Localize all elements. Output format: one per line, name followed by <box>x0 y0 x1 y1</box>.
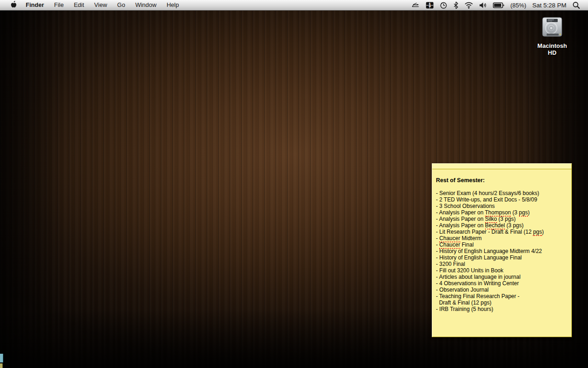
menu-item-go[interactable]: Go <box>112 0 130 10</box>
note-line: - 3200 Final <box>436 261 568 267</box>
note-text: (3 <box>511 209 519 216</box>
time-machine-icon[interactable] <box>438 0 449 10</box>
note-line: - IRB Training (5 hours) <box>436 306 568 312</box>
note-line: - Articles about language in journal <box>436 274 568 280</box>
note-lines: - Senior Exam (4 hours/2 Essays/6 books)… <box>436 190 568 312</box>
note-line: - Lit Research Paper - Draft & Final (12… <box>436 229 568 235</box>
menu-item-help[interactable]: Help <box>162 0 184 10</box>
note-text: - 4 Observations in Writing Center <box>436 280 519 287</box>
note-line: - Analysis Paper on Silko (3 pgs) <box>436 216 568 222</box>
bluetooth-icon[interactable] <box>452 0 460 10</box>
spaces-icon[interactable]: 1 <box>424 0 435 10</box>
note-blank-line <box>436 184 568 190</box>
hd-icon-label: Macintosh HD <box>533 42 571 56</box>
note-text: - Fill out 3200 Units in Book <box>436 267 503 274</box>
hard-drive-icon <box>540 32 564 40</box>
note-line: - History of English Language Final <box>436 254 568 261</box>
note-text: ) <box>542 229 544 235</box>
note-text: ) <box>528 209 530 216</box>
note-text: - Articles about language in journal <box>436 274 520 280</box>
volume-icon[interactable] <box>478 0 488 10</box>
desktop-icon-macintosh-hd[interactable]: Macintosh HD <box>533 15 571 56</box>
stickies-titlebar[interactable] <box>432 164 571 169</box>
menu-item-edit[interactable]: Edit <box>69 0 89 10</box>
note-line: - Analysis Paper on Thompson (3 pgs) <box>436 209 568 216</box>
note-text: - 2 TED Write-ups, and Exit Docs - 5/8/0… <box>436 196 537 203</box>
note-text: (3 pgs) <box>497 216 516 222</box>
menu-bar-left: FinderFileEditViewGoWindowHelp <box>0 0 184 10</box>
note-line: - Fill out 3200 Units in Book <box>436 267 568 274</box>
note-line: - 3 School Observations <box>436 203 568 209</box>
desktop-wallpaper: FinderFileEditViewGoWindowHelp <box>0 0 588 368</box>
note-line: - Senior Exam (4 hours/2 Essays/6 books) <box>436 190 568 196</box>
note-line: - Chaucer Midterm <box>436 235 568 242</box>
note-text: - 3200 Final <box>436 261 465 267</box>
note-text: - 3 School Observations <box>436 203 495 209</box>
note-line: - Observation Journal <box>436 287 568 293</box>
note-line: - 2 TED Write-ups, and Exit Docs - 5/8/0… <box>436 196 568 203</box>
note-title: Rest of Semester: <box>436 177 568 184</box>
note-text: - Analysis Paper on <box>436 216 485 222</box>
menu-items: FinderFileEditViewGoWindowHelp <box>21 0 184 10</box>
apple-icon <box>10 0 17 10</box>
note-text: Midterm <box>460 235 482 242</box>
misspelled-word: pgs <box>533 229 542 236</box>
note-text: Final <box>460 242 474 248</box>
note-text: - IRB Training (5 hours) <box>436 306 493 312</box>
note-text: - History of English Language Final <box>436 254 522 261</box>
menu-item-file[interactable]: File <box>49 0 69 10</box>
note-text: - Analysis Paper on <box>436 209 485 216</box>
apple-menu[interactable] <box>6 0 21 10</box>
note-text: (3 pgs) <box>505 222 524 229</box>
misspelled-word: pgs <box>519 209 528 217</box>
note-line: - Analysis Paper on Bechdel (3 pgs) <box>436 222 568 229</box>
scanner-icon[interactable] <box>410 0 421 10</box>
battery-percent[interactable]: (85%) <box>509 2 528 9</box>
note-line: - History of English Language Midterm 4/… <box>436 248 568 254</box>
note-text: - Teaching Final Research Paper - <box>436 293 520 299</box>
note-text: - Observation Journal <box>436 287 489 293</box>
note-text: - History of English Language Midterm 4/… <box>436 248 542 254</box>
menu-item-finder[interactable]: Finder <box>21 0 49 10</box>
spaces-number: 1 <box>429 3 431 8</box>
note-text: - Analysis Paper on <box>436 222 485 229</box>
menu-item-window[interactable]: Window <box>130 0 161 10</box>
note-line: - 4 Observations in Writing Center <box>436 280 568 287</box>
battery-icon[interactable] <box>492 0 506 10</box>
note-line: - Chaucer Final <box>436 242 568 248</box>
menu-bar: FinderFileEditViewGoWindowHelp <box>0 0 588 11</box>
spotlight-icon[interactable] <box>571 0 582 10</box>
menu-bar-status: 1 <box>410 0 588 10</box>
note-line: Draft & Final (12 pgs) <box>436 299 568 306</box>
note-text: - Lit Research Paper - Draft & Final (12 <box>436 229 533 235</box>
note-text: Draft & Final (12 pgs) <box>436 299 492 306</box>
note-line: - Teaching Final Research Paper - <box>436 293 568 299</box>
wifi-icon[interactable] <box>463 0 475 10</box>
stickies-note-window[interactable]: Rest of Semester: - Senior Exam (4 hours… <box>432 163 572 337</box>
note-text: - Senior Exam (4 hours/2 Essays/6 books) <box>436 190 539 196</box>
offscreen-window-edge-olive[interactable] <box>0 363 3 368</box>
stickies-text-area[interactable]: Rest of Semester: - Senior Exam (4 hours… <box>432 169 571 312</box>
menu-bar-clock[interactable]: Sat 5:28 PM <box>531 2 568 9</box>
offscreen-window-edge-blue[interactable] <box>0 354 3 362</box>
menu-item-view[interactable]: View <box>89 0 112 10</box>
